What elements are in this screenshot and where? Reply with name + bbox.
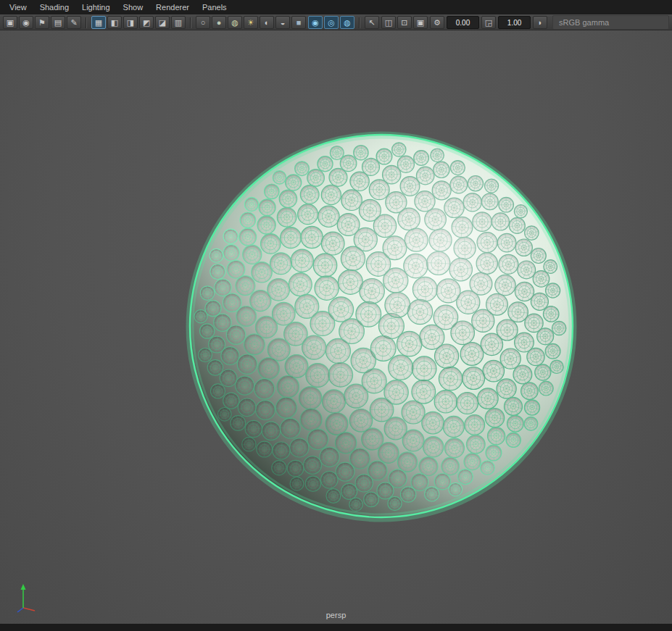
- toolbar-separator: [359, 17, 360, 28]
- select-camera-icon[interactable]: ▣: [3, 16, 17, 29]
- axis-z: [17, 608, 23, 612]
- grease-pencil-icon[interactable]: ✎: [67, 16, 81, 29]
- image-plane-icon[interactable]: ▤: [51, 16, 65, 29]
- axis-x: [23, 608, 35, 611]
- color-management-tools: ◗: [533, 16, 547, 29]
- gamma-icon[interactable]: ◲: [481, 16, 496, 29]
- axis-y-arrowhead: [21, 584, 26, 590]
- exposure-field[interactable]: 0.00: [447, 16, 479, 29]
- panel-menubar: ViewShadingLightingShowRendererPanels: [0, 0, 672, 14]
- viewport[interactable]: persp: [0, 30, 672, 624]
- xray-active-components-icon[interactable]: ⊡: [397, 16, 412, 29]
- menu-item-lighting[interactable]: Lighting: [75, 0, 117, 14]
- camera-tools: ▣◉⚑▤✎: [3, 16, 81, 29]
- gamma-tools: ◲: [481, 16, 496, 29]
- bookmark-icon[interactable]: ⚑: [35, 16, 49, 29]
- menu-item-shading[interactable]: Shading: [33, 0, 75, 14]
- menu-item-show[interactable]: Show: [117, 0, 150, 14]
- smooth-shaded-icon[interactable]: ●: [212, 16, 226, 29]
- scene-canvas[interactable]: [0, 30, 672, 624]
- gamma-field[interactable]: 1.00: [498, 16, 531, 29]
- toolbar-separator: [86, 17, 87, 28]
- single-pane-layout-icon[interactable]: ▦: [91, 16, 106, 29]
- select-highlight-icon[interactable]: ↖: [365, 16, 379, 29]
- camera-attributes-icon[interactable]: ◉: [19, 16, 33, 29]
- depth-of-field-toggle-icon[interactable]: ◍: [340, 16, 354, 29]
- color-management-icon[interactable]: ◗: [533, 16, 547, 29]
- bottom-strip: [0, 624, 672, 631]
- shadows-icon[interactable]: ◐: [260, 16, 274, 29]
- exposure-gear-icon[interactable]: ⚙: [430, 16, 444, 29]
- top-split-layout-icon[interactable]: ◩: [139, 16, 154, 29]
- xray-tools: ◫⊡▣: [381, 16, 428, 29]
- menu-item-view[interactable]: View: [3, 0, 33, 14]
- textured-icon[interactable]: ◍: [228, 16, 242, 29]
- outliner-layout-icon[interactable]: ▥: [171, 16, 186, 29]
- menu-item-panels[interactable]: Panels: [196, 0, 233, 14]
- view-transform-select[interactable]: sRGB gamma: [552, 15, 669, 30]
- antialiasing-toggle-icon[interactable]: ◉: [308, 16, 323, 29]
- menu-item-renderer[interactable]: Renderer: [149, 0, 196, 14]
- exposure-tools: ⚙: [430, 16, 444, 29]
- occlusion-icon[interactable]: ◒: [275, 16, 290, 29]
- use-all-lights-icon[interactable]: ☀: [244, 16, 258, 29]
- toolbar-separator: [190, 17, 191, 28]
- render-toggles: ◉◎◍: [308, 16, 354, 29]
- panel-toolbar: ▣◉⚑▤✎▦◧◨◩◪▥○●◍☀◐◒■◉◎◍↖◫⊡▣⚙0.00◲1.00◗sRGB…: [0, 14, 672, 30]
- wireframe-icon[interactable]: ○: [196, 16, 210, 29]
- axis-gizmo: [13, 580, 42, 614]
- maya-viewport-panel: ViewShadingLightingShowRendererPanels ▣◉…: [0, 0, 672, 631]
- multisample-toggle-icon[interactable]: ◎: [324, 16, 339, 29]
- right-split-layout-icon[interactable]: ◨: [123, 16, 138, 29]
- left-split-layout-icon[interactable]: ◧: [107, 16, 122, 29]
- xray-icon[interactable]: ◫: [381, 16, 396, 29]
- shading-tools: ○●◍☀◐◒■: [196, 16, 306, 29]
- select-tools: ↖: [365, 16, 379, 29]
- default-material-icon[interactable]: ■: [291, 16, 306, 29]
- layout-tools: ▦◧◨◩◪▥: [91, 16, 186, 29]
- quad-layout-icon[interactable]: ◪: [155, 16, 170, 29]
- xray-joints-icon[interactable]: ▣: [413, 16, 428, 29]
